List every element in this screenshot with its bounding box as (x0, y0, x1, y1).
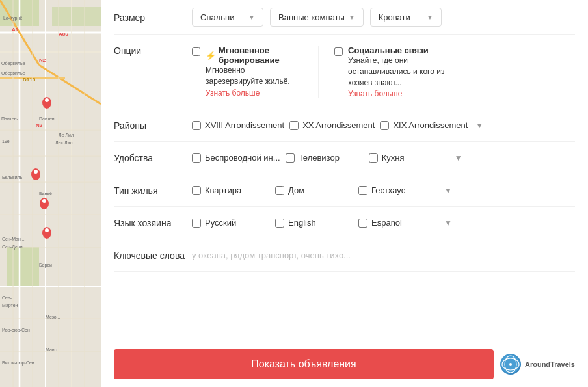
amenity-checkbox-2[interactable] (369, 153, 378, 163)
district-checkbox-0[interactable] (192, 121, 201, 130)
svg-text:Витри-сюр-Сен: Витри-сюр-Сен (2, 360, 34, 366)
language-more-arrow[interactable]: ▼ (444, 219, 452, 228)
svg-text:Обервилье: Обервилье (1, 71, 25, 76)
size-label: Размер (114, 12, 192, 23)
language-checkbox-1[interactable] (275, 219, 284, 228)
options-filter-row: Опции ⚡ Мгновенное бронирование Мгновенн… (114, 35, 575, 109)
svg-point-51 (45, 98, 49, 102)
housing-check-2[interactable]: Гестхаус (358, 185, 436, 195)
amenity-check-2[interactable]: Кухня (369, 153, 447, 163)
instant-booking-link[interactable]: Узнать больше (206, 88, 260, 98)
language-checkbox-0[interactable] (192, 219, 201, 228)
keywords-filter-content (192, 248, 575, 263)
housing-label: Тип жилья (114, 185, 192, 196)
svg-text:La-Курнё: La-Курнё (3, 16, 22, 21)
svg-point-57 (42, 199, 46, 203)
housing-checkbox-1[interactable] (275, 186, 284, 195)
svg-text:Обервилье: Обервилье (1, 61, 25, 66)
chevron-down-icon: ▼ (427, 14, 433, 21)
keywords-input[interactable] (192, 248, 575, 263)
keywords-filter-row: Ключевые слова (114, 239, 575, 272)
housing-checkbox-0[interactable] (192, 186, 201, 195)
chevron-down-icon: ▼ (248, 14, 255, 21)
language-check-0[interactable]: Русский (192, 218, 270, 228)
svg-text:N2: N2 (36, 122, 43, 128)
bolt-icon: ⚡ (206, 51, 216, 60)
filters-body: Размер Спальни ▼ Ванные комнаты ▼ Кроват… (101, 0, 588, 341)
svg-text:Мезо...: Мезо... (46, 315, 60, 319)
svg-text:Мартен: Мартен (2, 303, 18, 308)
instant-booking-text: ⚡ Мгновенное бронирование Мгновенно заре… (206, 46, 302, 98)
svg-text:Берси: Берси (39, 263, 52, 268)
social-connections-text: Социальные связи Узнайте, где они остана… (348, 46, 445, 98)
options-filter-content: ⚡ Мгновенное бронирование Мгновенно заре… (192, 46, 575, 98)
district-checkbox-2[interactable] (380, 121, 389, 130)
language-filter-row: Язык хозяина Русский English Español ▼ (114, 207, 575, 239)
svg-text:Пантен: Пантен (39, 116, 55, 121)
svg-text:Ле Лил: Ле Лил (59, 133, 74, 137)
social-link[interactable]: Узнать больше (348, 89, 402, 98)
svg-text:Бельвиль: Бельвиль (2, 175, 23, 180)
district-check-1[interactable]: XX Arrondissement (289, 120, 375, 130)
amenity-check-1[interactable]: Телевизор (286, 153, 364, 163)
around-travels-logo: AroundTravels (500, 354, 575, 375)
svg-text:A86: A86 (59, 31, 68, 37)
language-label: Язык хозяина (114, 218, 192, 228)
svg-point-60 (45, 228, 49, 232)
chevron-down-icon: ▼ (349, 14, 355, 21)
amenities-filter-row: Удобства Беспроводной ин... Телевизор Ку… (114, 142, 575, 174)
logo-text: AroundTravels (525, 360, 575, 368)
instant-booking-checkbox[interactable] (192, 47, 200, 56)
housing-checkbox-2[interactable] (358, 186, 368, 195)
amenities-more-arrow[interactable]: ▼ (455, 153, 462, 163)
svg-point-64 (509, 363, 512, 366)
svg-text:Сен-: Сен- (2, 295, 12, 300)
amenities-label: Удобства (114, 153, 192, 163)
district-check-2[interactable]: XIX Arrondissement (380, 120, 468, 130)
bedrooms-dropdown[interactable]: Спальни ▼ (192, 8, 263, 27)
district-check-0[interactable]: XVIII Arrondissement (192, 120, 284, 130)
housing-check-0[interactable]: Квартира (192, 185, 270, 195)
logo-circle (500, 354, 521, 375)
instant-booking-option: ⚡ Мгновенное бронирование Мгновенно заре… (192, 46, 302, 98)
svg-text:Маис...: Маис... (46, 347, 60, 352)
housing-filter-row: Тип жилья Квартира Дом Гестхаус ▼ (114, 174, 575, 207)
svg-point-54 (34, 170, 38, 174)
options-label: Опции (114, 46, 192, 56)
language-checkbox-2[interactable] (358, 219, 368, 228)
districts-filter-content: XVIII Arrondissement XX Arrondissement X… (192, 120, 575, 130)
svg-text:19e: 19e (2, 139, 10, 144)
svg-text:N2: N2 (39, 57, 46, 63)
language-filter-content: Русский English Español ▼ (192, 218, 575, 228)
submit-button[interactable]: Показать объявления (114, 349, 494, 379)
housing-filter-content: Квартира Дом Гестхаус ▼ (192, 185, 575, 195)
social-connections-checkbox[interactable] (334, 47, 343, 56)
districts-label: Районы (114, 120, 192, 131)
language-check-1[interactable]: English (275, 218, 353, 228)
svg-text:Пантен-: Пантен- (1, 116, 19, 121)
housing-check-1[interactable]: Дом (275, 185, 353, 195)
amenity-check-0[interactable]: Беспроводной ин... (192, 153, 280, 163)
svg-rect-3 (7, 247, 39, 286)
svg-text:A1: A1 (12, 27, 19, 33)
housing-more-arrow[interactable]: ▼ (444, 186, 452, 195)
amenity-checkbox-0[interactable] (192, 153, 201, 163)
svg-text:Баньё: Баньё (39, 191, 52, 196)
district-checkbox-1[interactable] (289, 121, 299, 130)
svg-rect-2 (52, 7, 101, 26)
districts-more-arrow[interactable]: ▼ (475, 121, 483, 130)
social-desc: Узнайте, где они останавливались и кого … (348, 55, 445, 88)
bathrooms-dropdown[interactable]: Ванные комнаты ▼ (270, 8, 364, 27)
map-panel: La-Курнё Обервилье Обервилье N2 D115 Пан… (0, 0, 101, 387)
options-divider (318, 46, 319, 98)
svg-text:Сен-Ман...: Сен-Ман... (2, 237, 25, 241)
submit-row: Показать объявления AroundTravels (101, 341, 588, 387)
filters-panel: Размер Спальни ▼ Ванные комнаты ▼ Кроват… (101, 0, 588, 387)
svg-text:Сен-Дени: Сен-Дени (2, 245, 23, 250)
language-check-2[interactable]: Español (358, 218, 436, 228)
keywords-label: Ключевые слова (114, 250, 192, 261)
amenity-checkbox-1[interactable] (286, 153, 295, 163)
beds-dropdown[interactable]: Кровати ▼ (370, 8, 442, 27)
social-connections-option: Социальные связи Узнайте, где они остана… (334, 46, 445, 98)
svg-text:Лес Лил...: Лес Лил... (55, 140, 76, 145)
